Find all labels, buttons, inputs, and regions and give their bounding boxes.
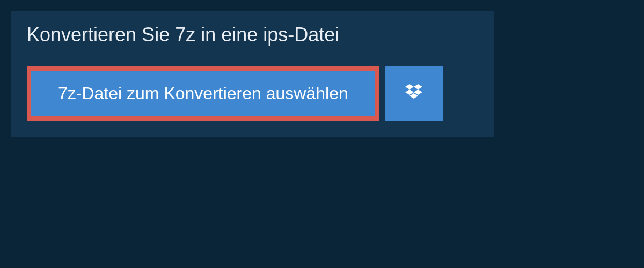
dropbox-button[interactable] (385, 66, 443, 121)
select-file-button[interactable]: 7z-Datei zum Konvertieren auswählen (31, 71, 375, 116)
title-bar: Konvertieren Sie 7z in eine ips-Datei (11, 11, 355, 57)
page-title: Konvertieren Sie 7z in eine ips-Datei (27, 24, 339, 46)
converter-panel: Konvertieren Sie 7z in eine ips-Datei 7z… (11, 11, 494, 137)
dropbox-icon (403, 82, 425, 105)
button-row: 7z-Datei zum Konvertieren auswählen (11, 57, 494, 137)
select-file-highlight: 7z-Datei zum Konvertieren auswählen (27, 66, 379, 121)
